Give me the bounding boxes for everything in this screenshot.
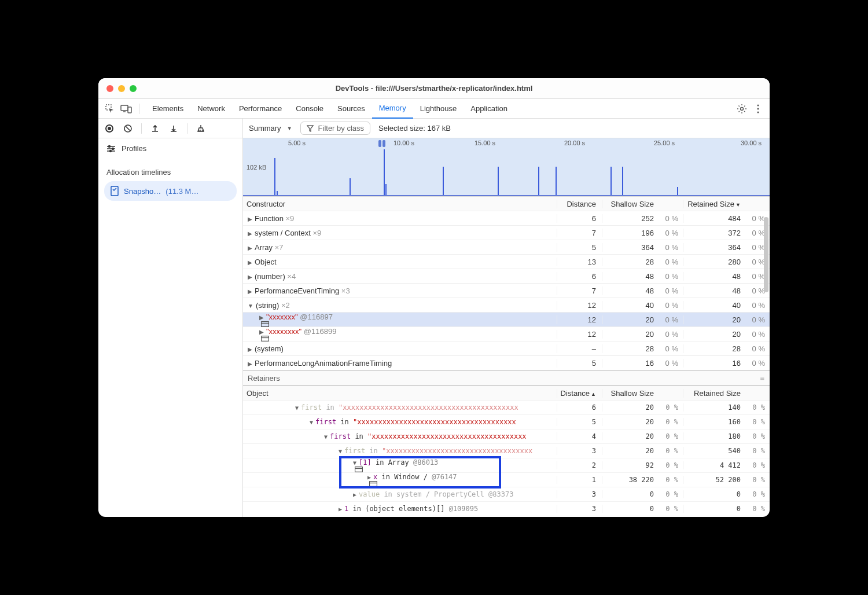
profiles-label: Profiles	[122, 144, 146, 153]
svg-rect-14	[262, 321, 269, 326]
titlebar: DevTools - file:///Users/stmarthe/x-repl…	[98, 78, 770, 99]
svg-point-6	[757, 111, 759, 113]
record-icon[interactable]	[104, 123, 115, 134]
table-row[interactable]: ▶(number) ×4 6 480 % 480 %	[243, 269, 770, 284]
divider	[139, 104, 139, 114]
filter-input[interactable]: Filter by class	[300, 122, 370, 135]
svg-point-5	[757, 108, 759, 109]
tab-sources[interactable]: Sources	[330, 99, 372, 119]
retainer-row[interactable]: ▶1 in (object elements)[] @109095 3 00 %…	[243, 502, 770, 516]
tab-lighthouse[interactable]: Lighthouse	[413, 99, 464, 119]
profiles-section[interactable]: Profiles	[98, 138, 242, 159]
table-row[interactable]: ▶PerformanceLongAnimationFrameTiming 5 1…	[243, 356, 770, 370]
table-row[interactable]: ▶Array ×7 5 3640 % 3640 %	[243, 240, 770, 255]
device-toggle-icon[interactable]	[119, 102, 133, 116]
table-row[interactable]: ▼(string) ×2 12 400 % 400 %	[243, 298, 770, 313]
main-panel: Summary ▼ Filter by class Selected size:…	[243, 119, 770, 517]
devtools-window: DevTools - file:///Users/stmarthe/x-repl…	[98, 78, 770, 517]
tab-console[interactable]: Console	[289, 99, 330, 119]
tab-elements[interactable]: Elements	[145, 99, 190, 119]
tab-memory[interactable]: Memory	[372, 99, 413, 119]
svg-rect-16	[355, 467, 363, 472]
table-row[interactable]: ▶"xxxxxxxx" @116899 12 200 % 200 %	[243, 327, 770, 341]
timeline[interactable]: 5.00 s 10.00 s 15.00 s 20.00 s 25.00 s 3…	[243, 138, 770, 196]
allocation-timelines-heading: Allocation timelines	[98, 159, 242, 181]
sliders-icon	[106, 145, 116, 153]
grid-header: Constructor Distance Shallow Size Retain…	[243, 196, 770, 211]
scrollbar[interactable]	[764, 217, 768, 292]
filter-bar: Summary ▼ Filter by class Selected size:…	[243, 119, 770, 138]
svg-point-4	[757, 104, 759, 106]
gear-icon[interactable]	[735, 102, 749, 116]
tab-network[interactable]: Network	[190, 99, 232, 119]
table-row[interactable]: ▶PerformanceEventTiming ×3 7 480 % 480 %	[243, 284, 770, 298]
svg-rect-2	[128, 107, 131, 113]
retainer-row[interactable]: ▼first in "xxxxxxxxxxxxxxxxxxxxxxxxxxxxx…	[243, 415, 770, 429]
tab-performance[interactable]: Performance	[232, 99, 289, 119]
window-title: DevTools - file:///Users/stmarthe/x-repl…	[98, 84, 770, 93]
snapshot-size: (11.3 M…	[165, 187, 198, 196]
svg-point-10	[109, 145, 111, 147]
svg-rect-15	[262, 336, 269, 341]
sweep-icon[interactable]	[196, 123, 206, 134]
constructors-grid: Constructor Distance Shallow Size Retain…	[243, 196, 770, 517]
retainer-row[interactable]: ▼first in "xxxxxxxxxxxxxxxxxxxxxxxxxxxxx…	[243, 429, 770, 444]
sidebar: Profiles Allocation timelines Snapsho… (…	[98, 119, 243, 517]
retainer-row[interactable]: ▶value in system / PropertyCell @83373 3…	[243, 487, 770, 502]
selected-size-label: Selected size: 167 kB	[378, 124, 451, 133]
retainer-row[interactable]: ▶x in Window / @76147 1 38 2200 % 52 200…	[243, 473, 770, 487]
snapshot-name: Snapsho…	[124, 187, 161, 196]
table-row[interactable]: ▶system / Context ×9 7 1960 % 3720 %	[243, 226, 770, 240]
retainers-columns: Object Distance▲ Shallow Size Retained S…	[243, 385, 770, 401]
download-icon[interactable]	[168, 123, 179, 134]
retainers-header: Retainers ≡	[243, 370, 770, 385]
filter-icon	[307, 125, 314, 132]
svg-rect-17	[370, 482, 377, 487]
chevron-down-icon: ▼	[287, 126, 292, 131]
retainer-row[interactable]: ▼first in "xxxxxxxxxxxxxxxxxxxxxxxxxxxxx…	[243, 401, 770, 415]
table-row[interactable]: ▶"xxxxxxx" @116897 12 200 % 200 %	[243, 313, 770, 327]
inspect-icon[interactable]	[103, 102, 117, 116]
svg-point-11	[112, 148, 114, 149]
svg-rect-1	[121, 105, 128, 111]
clear-icon[interactable]	[123, 123, 133, 134]
snapshot-icon	[110, 186, 119, 196]
more-icon[interactable]	[751, 102, 765, 116]
svg-point-12	[110, 150, 112, 152]
tabs-bar: ElementsNetworkPerformanceConsoleSources…	[98, 99, 770, 119]
sort-asc-icon: ▲	[591, 391, 596, 397]
summary-dropdown[interactable]: Summary ▼	[249, 124, 292, 133]
sort-desc-icon: ▼	[735, 202, 741, 208]
retainer-row[interactable]: ▼[1] in Array @86013 2 920 % 4 4120 %	[243, 458, 770, 473]
table-row[interactable]: ▶(system) – 280 % 280 %	[243, 341, 770, 356]
snapshot-item[interactable]: Snapsho… (11.3 M…	[104, 181, 237, 201]
retainer-row[interactable]: ▼first in "xxxxxxxxxxxxxxxxxxxxxxxxxxxxx…	[243, 444, 770, 458]
svg-point-3	[741, 107, 744, 110]
menu-icon[interactable]: ≡	[760, 374, 765, 383]
tab-application[interactable]: Application	[464, 99, 514, 119]
table-row[interactable]: ▶Object 13 280 % 2800 %	[243, 255, 770, 269]
svg-point-8	[108, 127, 111, 130]
upload-icon[interactable]	[150, 123, 160, 134]
svg-rect-13	[111, 186, 118, 196]
sidebar-toolbar	[98, 119, 242, 138]
table-row[interactable]: ▶Function ×9 6 2520 % 4840 %	[243, 211, 770, 226]
